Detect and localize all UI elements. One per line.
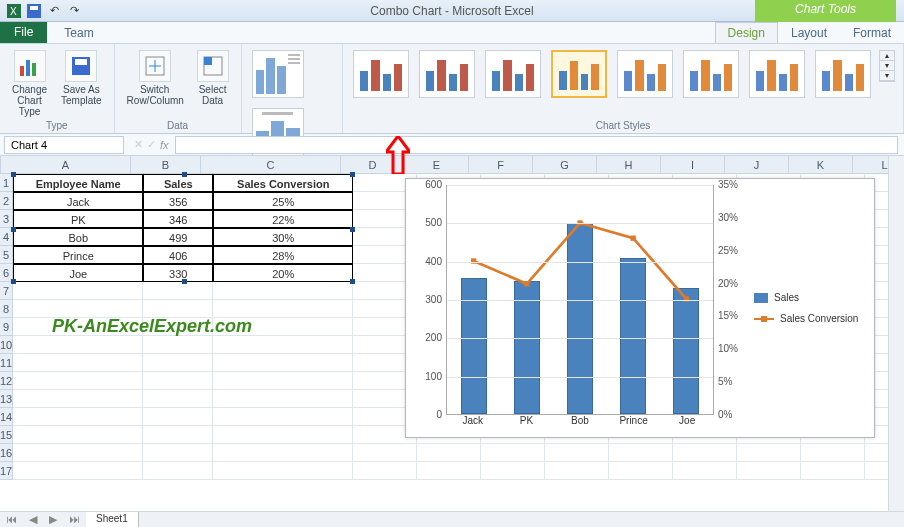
chart-style-option-8[interactable] bbox=[815, 50, 871, 98]
column-header[interactable]: E bbox=[405, 156, 469, 173]
cell[interactable] bbox=[13, 426, 143, 444]
row-header[interactable]: 14 bbox=[0, 408, 13, 426]
cell[interactable]: Sales bbox=[143, 174, 213, 192]
cell[interactable] bbox=[13, 390, 143, 408]
cell[interactable]: Jack bbox=[13, 192, 143, 210]
cell[interactable] bbox=[143, 444, 213, 462]
chart-style-option-3[interactable] bbox=[485, 50, 541, 98]
row-header[interactable]: 7 bbox=[0, 282, 13, 300]
chart-style-option-4[interactable] bbox=[551, 50, 607, 98]
cell[interactable] bbox=[213, 462, 353, 480]
cell[interactable] bbox=[143, 426, 213, 444]
context-tab-format[interactable]: Format bbox=[840, 22, 904, 43]
cell[interactable] bbox=[13, 372, 143, 390]
file-tab[interactable]: File bbox=[0, 21, 47, 43]
cell[interactable] bbox=[353, 444, 417, 462]
cell[interactable] bbox=[737, 444, 801, 462]
selection-handle[interactable] bbox=[350, 172, 355, 177]
row-header[interactable]: 12 bbox=[0, 372, 13, 390]
row-header[interactable]: 11 bbox=[0, 354, 13, 372]
chart-style-option-1[interactable] bbox=[353, 50, 409, 98]
cell[interactable] bbox=[213, 282, 353, 300]
sheet-nav-first-icon[interactable]: ⏮ bbox=[0, 512, 23, 527]
column-header[interactable]: K bbox=[789, 156, 853, 173]
cell[interactable]: Prince bbox=[13, 246, 143, 264]
cell[interactable] bbox=[545, 462, 609, 480]
cell[interactable]: 25% bbox=[213, 192, 353, 210]
row-header[interactable]: 3 bbox=[0, 210, 13, 228]
cell[interactable] bbox=[13, 336, 143, 354]
cell[interactable] bbox=[13, 408, 143, 426]
selection-handle[interactable] bbox=[11, 227, 16, 232]
cell[interactable] bbox=[213, 354, 353, 372]
column-header[interactable]: J bbox=[725, 156, 789, 173]
cell[interactable]: 499 bbox=[143, 228, 213, 246]
cell[interactable] bbox=[143, 336, 213, 354]
context-tab-layout[interactable]: Layout bbox=[778, 22, 840, 43]
cell[interactable] bbox=[143, 354, 213, 372]
cell[interactable] bbox=[143, 390, 213, 408]
cell[interactable] bbox=[353, 462, 417, 480]
cell[interactable]: 20% bbox=[213, 264, 353, 282]
cell[interactable] bbox=[801, 462, 865, 480]
chart-style-option-6[interactable] bbox=[683, 50, 739, 98]
row-header[interactable]: 16 bbox=[0, 444, 13, 462]
selection-handle[interactable] bbox=[11, 172, 16, 177]
chart-style-option-2[interactable] bbox=[419, 50, 475, 98]
cell[interactable]: PK bbox=[13, 210, 143, 228]
cell[interactable] bbox=[609, 462, 673, 480]
cell[interactable]: 22% bbox=[213, 210, 353, 228]
chart-style-option-5[interactable] bbox=[617, 50, 673, 98]
change-chart-type-button[interactable]: Change Chart Type bbox=[8, 48, 51, 119]
chart-style-option-7[interactable] bbox=[749, 50, 805, 98]
cell[interactable] bbox=[213, 444, 353, 462]
sheet-nav-prev-icon[interactable]: ◀ bbox=[23, 512, 43, 527]
undo-icon[interactable]: ↶ bbox=[46, 3, 62, 19]
row-header[interactable]: 17 bbox=[0, 462, 13, 480]
worksheet-grid[interactable]: ABCDEFGHIJKL 1234567891011121314151617 E… bbox=[0, 156, 904, 511]
embedded-chart[interactable]: 6005004003002001000 JackPKBobPrinceJoe 3… bbox=[405, 178, 875, 438]
cell[interactable] bbox=[417, 462, 481, 480]
cell[interactable] bbox=[13, 444, 143, 462]
row-header[interactable]: 9 bbox=[0, 318, 13, 336]
cell[interactable] bbox=[143, 462, 213, 480]
cell[interactable] bbox=[213, 390, 353, 408]
column-header[interactable]: I bbox=[661, 156, 725, 173]
name-box[interactable] bbox=[4, 136, 124, 154]
selection-handle[interactable] bbox=[182, 172, 187, 177]
selection-handle[interactable] bbox=[182, 279, 187, 284]
save-icon[interactable] bbox=[26, 3, 42, 19]
cell[interactable]: 356 bbox=[143, 192, 213, 210]
vertical-scrollbar[interactable] bbox=[888, 156, 904, 511]
fx-icon[interactable]: fx bbox=[160, 139, 169, 151]
cell[interactable]: 28% bbox=[213, 246, 353, 264]
cell[interactable]: Joe bbox=[13, 264, 143, 282]
sheet-tab[interactable]: Sheet1 bbox=[86, 512, 139, 527]
switch-row-column-button[interactable]: Switch Row/Column bbox=[123, 48, 187, 108]
context-tab-design[interactable]: Design bbox=[715, 22, 778, 43]
save-as-template-button[interactable]: Save As Template bbox=[57, 48, 106, 108]
sheet-nav-next-icon[interactable]: ▶ bbox=[43, 512, 63, 527]
tab-team[interactable]: Team bbox=[51, 22, 144, 43]
selection-handle[interactable] bbox=[350, 227, 355, 232]
column-header[interactable]: F bbox=[469, 156, 533, 173]
column-header[interactable]: B bbox=[131, 156, 201, 173]
redo-icon[interactable]: ↷ bbox=[66, 3, 82, 19]
column-header[interactable]: G bbox=[533, 156, 597, 173]
cell[interactable]: 330 bbox=[143, 264, 213, 282]
cell[interactable] bbox=[13, 354, 143, 372]
sheet-nav-last-icon[interactable]: ⏭ bbox=[63, 512, 86, 527]
cell[interactable]: 346 bbox=[143, 210, 213, 228]
row-header[interactable]: 5 bbox=[0, 246, 13, 264]
cell[interactable] bbox=[481, 462, 545, 480]
cell[interactable] bbox=[213, 372, 353, 390]
cell[interactable] bbox=[13, 462, 143, 480]
cell[interactable] bbox=[673, 462, 737, 480]
cell[interactable]: Sales Conversion bbox=[213, 174, 353, 192]
cell[interactable] bbox=[737, 462, 801, 480]
chart-layout-option-1[interactable] bbox=[252, 50, 304, 98]
cell[interactable] bbox=[143, 408, 213, 426]
cell[interactable] bbox=[801, 444, 865, 462]
selection-handle[interactable] bbox=[350, 279, 355, 284]
cell[interactable]: 406 bbox=[143, 246, 213, 264]
